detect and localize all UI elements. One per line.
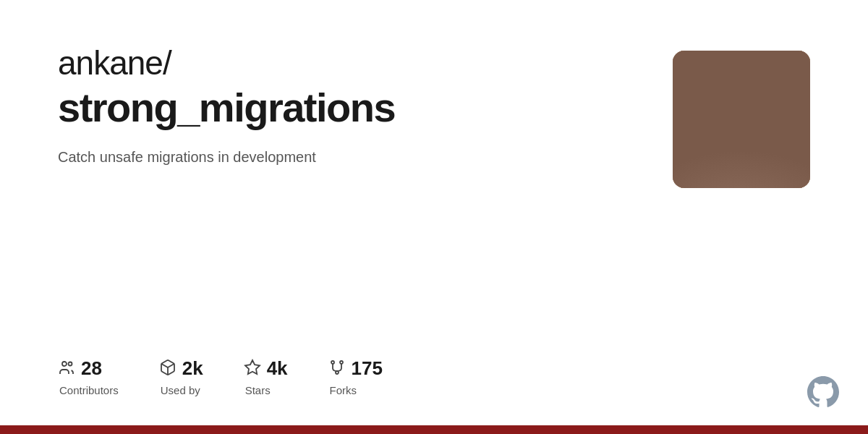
stats-row: 28 Contributors 2k Used by (58, 357, 665, 396)
right-section (665, 43, 810, 396)
forks-label: Forks (328, 384, 357, 396)
main-content: ankane/ strong_migrations Catch unsafe m… (0, 0, 868, 425)
package-icon (159, 359, 176, 379)
repo-description: Catch unsafe migrations in development (58, 149, 665, 166)
repo-title-block: ankane/ strong_migrations (58, 43, 665, 132)
repo-name: strong_migrations (58, 83, 665, 132)
avatar (673, 51, 810, 188)
avatar-image (673, 51, 810, 188)
used-by-label: Used by (159, 384, 200, 396)
stat-stars[interactable]: 4k Stars (244, 357, 288, 396)
used-by-count: 2k (182, 357, 203, 380)
github-icon-container[interactable] (807, 376, 839, 411)
svg-point-4 (331, 361, 334, 364)
star-icon (244, 359, 261, 379)
stars-label: Stars (244, 384, 271, 396)
left-section: ankane/ strong_migrations Catch unsafe m… (58, 43, 665, 396)
contributors-count: 28 (81, 357, 102, 380)
svg-point-1 (69, 362, 72, 365)
contributors-label: Contributors (58, 384, 119, 396)
forks-count: 175 (352, 357, 383, 380)
svg-marker-3 (245, 360, 260, 374)
stat-forks[interactable]: 175 Forks (328, 357, 383, 396)
stat-contributors[interactable]: 28 Contributors (58, 357, 119, 396)
fork-icon (328, 359, 346, 379)
github-icon (807, 376, 839, 408)
stat-used-by[interactable]: 2k Used by (159, 357, 203, 396)
bottom-bar (0, 425, 868, 434)
repo-owner: ankane/ (58, 43, 665, 83)
svg-point-0 (62, 362, 67, 366)
stars-count: 4k (267, 357, 288, 380)
contributors-icon (58, 359, 75, 379)
svg-point-5 (340, 361, 343, 364)
